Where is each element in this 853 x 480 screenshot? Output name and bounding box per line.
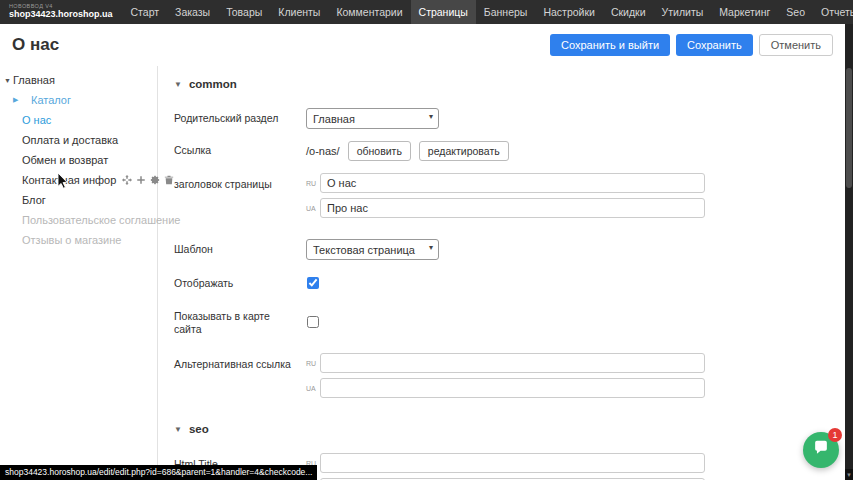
menu-item-orders[interactable]: Заказы: [167, 0, 218, 24]
tree-item-label: Контактная инфор: [22, 174, 116, 186]
tree-item-label: Обмен и возврат: [22, 154, 108, 166]
field-sitemap: Показывать в карте сайта: [174, 310, 845, 336]
section-seo-header[interactable]: ▼ seo: [174, 423, 845, 435]
sitemap-checkbox[interactable]: [307, 316, 319, 328]
cancel-button[interactable]: Отменить: [759, 34, 833, 56]
add-icon[interactable]: [136, 175, 146, 185]
status-url-tooltip: shop34423.horoshop.ua/edit/edit.php?id=6…: [0, 465, 317, 480]
tree-item-exchange-return[interactable]: Обмен и возврат: [0, 150, 157, 170]
main-menu: Старт Заказы Товары Клиенты Комментарии …: [123, 0, 853, 24]
tree-item-blog[interactable]: Блог: [0, 190, 157, 210]
vertical-scrollbar[interactable]: ▼: [845, 24, 853, 480]
field-label: Отображать: [174, 277, 306, 290]
menu-item-marketing[interactable]: Маркетинг: [711, 0, 778, 24]
edit-link-button[interactable]: редактировать: [419, 141, 509, 161]
lang-ua-label: UA: [306, 385, 320, 392]
menu-item-comments[interactable]: Комментарии: [328, 0, 410, 24]
field-label: Шаблон: [174, 243, 306, 256]
alt-link-ru-input[interactable]: [320, 353, 705, 373]
tree-item-user-agreement[interactable]: Пользовательское соглашение: [0, 210, 157, 230]
tree-item-actions: [122, 175, 174, 185]
tree-item-label: Оплата и доставка: [22, 134, 118, 146]
menu-item-reports[interactable]: Отчеты: [813, 0, 853, 24]
scroll-down-arrow-icon[interactable]: ▼: [845, 469, 853, 480]
tree-item-label: Блог: [22, 194, 46, 206]
chat-launcher-button[interactable]: 1: [803, 432, 839, 468]
menu-item-banners[interactable]: Баннеры: [476, 0, 536, 24]
page-title-ua-input[interactable]: [320, 198, 705, 218]
tree-item-label: О нас: [22, 114, 51, 126]
page-title: О нас: [12, 35, 59, 55]
page-title-ru-input[interactable]: [320, 173, 705, 193]
scrollbar-thumb[interactable]: [846, 68, 852, 188]
field-display: Отображать: [174, 275, 845, 293]
tree-item-contact-info[interactable]: Контактная инфор: [0, 170, 157, 190]
alt-link-ua-input[interactable]: [320, 378, 705, 398]
parent-section-select-wrap: Главная: [306, 108, 439, 129]
collapse-icon: ▼: [174, 80, 182, 89]
field-label: Родительский раздел: [174, 112, 306, 125]
tree-item-about[interactable]: О нас: [0, 110, 157, 130]
tree-item-shop-reviews[interactable]: Отзывы о магазине: [0, 230, 157, 250]
header-buttons: Сохранить и выйти Сохранить Отменить: [550, 34, 833, 56]
field-parent-section: Родительский раздел Главная: [174, 108, 845, 129]
parent-section-select[interactable]: Главная: [306, 108, 439, 129]
menu-item-seo[interactable]: Seo: [778, 0, 813, 24]
trash-icon[interactable]: [164, 175, 174, 185]
tree-item-label: Пользовательское соглашение: [22, 214, 180, 226]
logo-domain-text: shop34423.horoshop.ua: [9, 10, 113, 19]
tree-item-payment-delivery[interactable]: Оплата и доставка: [0, 130, 157, 150]
template-select[interactable]: Текстовая страница: [306, 239, 439, 260]
field-link: Ссылка /o-nas/ обновить редактировать: [174, 141, 845, 161]
move-icon[interactable]: [122, 175, 132, 185]
field-label: Альтернативная ссылка: [174, 353, 306, 371]
template-select-wrap: Текстовая страница: [306, 239, 439, 260]
field-label: Показывать в карте сайта: [174, 310, 306, 336]
caret-down-icon[interactable]: ▼: [4, 77, 11, 84]
menu-item-settings[interactable]: Настройки: [535, 0, 603, 24]
refresh-link-button[interactable]: обновить: [348, 141, 411, 161]
gear-icon[interactable]: [150, 175, 160, 185]
section-common-header[interactable]: ▼ common: [174, 78, 845, 90]
menu-item-products[interactable]: Товары: [218, 0, 270, 24]
field-label: заголовок страницы: [174, 173, 306, 191]
link-path-text: /o-nas/: [306, 145, 340, 157]
pages-tree: ▼ Главная ▶ Каталог О нас Оплата и доста…: [0, 66, 157, 480]
section-title-text: seo: [189, 423, 209, 435]
field-template: Шаблон Текстовая страница: [174, 239, 845, 260]
lang-ru-label: RU: [306, 360, 320, 367]
tree-item-home[interactable]: ▼ Главная: [0, 70, 157, 90]
menu-item-discounts[interactable]: Скидки: [603, 0, 654, 24]
topbar: НОВОВВОД V4 shop34423.horoshop.ua Старт …: [0, 0, 853, 24]
tree-item-label: Отзывы о магазине: [22, 234, 121, 246]
html-title-ru-input[interactable]: [320, 453, 705, 473]
lang-ua-label: UA: [306, 205, 320, 212]
section-title-text: common: [189, 78, 237, 90]
menu-item-start[interactable]: Старт: [123, 0, 168, 24]
field-label: Ссылка: [174, 144, 306, 157]
tree-item-label: Главная: [13, 74, 55, 86]
field-page-title: заголовок страницы RU UA: [174, 173, 845, 218]
tree-item-label: Каталог: [22, 94, 71, 106]
chat-unread-badge: 1: [828, 428, 842, 442]
page-header: О нас Сохранить и выйти Сохранить Отмени…: [0, 24, 845, 66]
menu-item-pages[interactable]: Страницы: [411, 0, 476, 24]
display-checkbox[interactable]: [307, 277, 319, 289]
save-and-exit-button[interactable]: Сохранить и выйти: [550, 34, 670, 56]
collapse-icon: ▼: [174, 425, 182, 434]
caret-right-icon[interactable]: ▶: [13, 96, 18, 104]
menu-item-clients[interactable]: Клиенты: [270, 0, 328, 24]
field-alt-link: Альтернативная ссылка RU UA: [174, 353, 845, 398]
chat-icon: [812, 439, 830, 461]
save-button[interactable]: Сохранить: [676, 34, 753, 56]
logo[interactable]: НОВОВВОД V4 shop34423.horoshop.ua: [0, 4, 123, 19]
page-edit-form: ▼ common Родительский раздел Главная Ссы…: [157, 66, 845, 480]
tree-item-catalog[interactable]: ▶ Каталог: [0, 90, 157, 110]
menu-item-utilities[interactable]: Утилиты: [654, 0, 712, 24]
lang-ru-label: RU: [306, 180, 320, 187]
